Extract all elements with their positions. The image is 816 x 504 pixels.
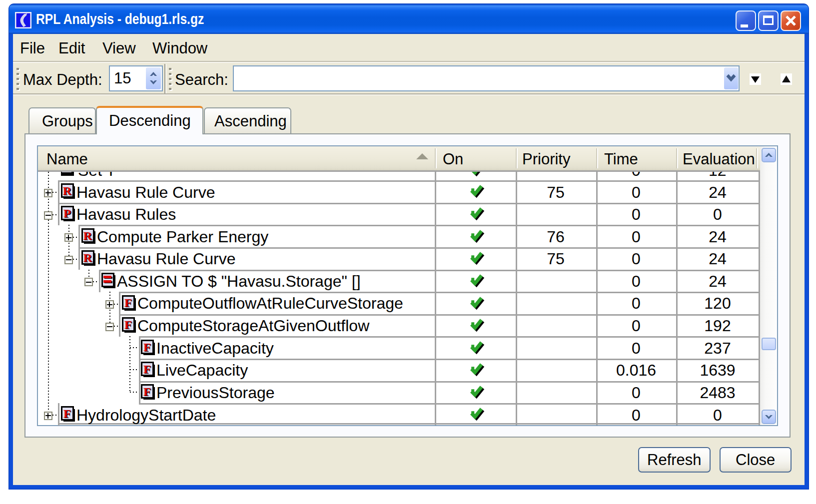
svg-text:F: F — [143, 385, 151, 398]
svg-text:F: F — [63, 407, 71, 420]
svg-text:R: R — [83, 251, 92, 264]
svg-text:F: F — [143, 363, 151, 376]
svg-text:F: F — [143, 341, 151, 354]
svg-text:R: R — [63, 184, 72, 197]
svg-text:P: P — [63, 207, 71, 220]
svg-text:R: R — [83, 229, 92, 242]
svg-text:F: F — [124, 296, 132, 309]
svg-text:F: F — [124, 318, 132, 331]
